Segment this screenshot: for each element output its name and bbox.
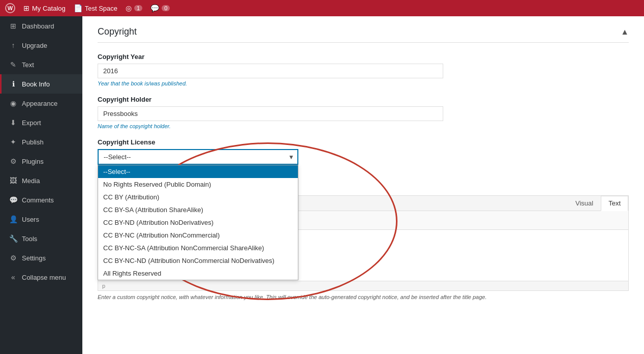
sidebar-icon-users: 👤 xyxy=(9,215,18,224)
sidebar-label-collapse: Collapse menu xyxy=(22,274,66,281)
sidebar-label-dashboard: Dashboard xyxy=(22,22,54,30)
dropdown-option-cc-by-nc-nd[interactable]: CC BY-NC-ND (Attribution NonCommercial N… xyxy=(98,254,298,267)
space-label: Test Space xyxy=(85,5,117,12)
sidebar-item-upgrade[interactable]: ↑ Upgrade xyxy=(0,36,82,55)
dropdown-option-cc-by-nd[interactable]: CC BY-ND (Attribution NoDerivatives) xyxy=(98,216,298,229)
sidebar-icon-book-info: ℹ xyxy=(9,79,18,88)
sidebar-item-publish[interactable]: ✦ Publish xyxy=(0,132,82,152)
my-catalog-link[interactable]: ⊞ My Catalog xyxy=(23,4,66,12)
sidebar-icon-dashboard: ⊞ xyxy=(9,21,18,31)
comments-link[interactable]: 💬 0 xyxy=(150,4,170,12)
copyright-year-input[interactable] xyxy=(98,64,443,78)
copyright-license-label: Copyright License xyxy=(98,138,629,146)
copyright-year-label: Copyright Year xyxy=(98,53,629,61)
sidebar-label-users: Users xyxy=(22,216,39,223)
main-content: Copyright ▲ Copyright Year Year that the… xyxy=(82,16,644,354)
sidebar-item-settings[interactable]: ⚙ Settings xyxy=(0,248,82,268)
copyright-license-select[interactable]: --Select--No Rights Reserved (Public Dom… xyxy=(98,149,298,165)
sidebar: ⊞ Dashboard ↑ Upgrade ✎ Text ℹ Book Info… xyxy=(0,16,82,354)
sidebar-icon-plugins: ⚙ xyxy=(9,157,18,166)
sidebar-icon-comments: 💬 xyxy=(9,195,18,204)
sidebar-icon-tools: 🔧 xyxy=(9,234,18,243)
copyright-holder-input[interactable] xyxy=(98,106,443,121)
sidebar-label-text: Text xyxy=(22,61,34,69)
catalog-icon: ⊞ xyxy=(23,4,29,12)
copyright-year-group: Copyright Year Year that the book is/was… xyxy=(98,53,629,86)
tab-visual[interactable]: Visual xyxy=(568,196,601,211)
editor-footer: p xyxy=(98,281,628,290)
dropdown-option-all-rights[interactable]: All Rights Reserved xyxy=(98,267,298,280)
copyright-holder-hint: Name of the copyright holder. xyxy=(98,123,629,129)
sidebar-icon-collapse: « xyxy=(9,273,18,282)
dropdown-option-select[interactable]: --Select-- xyxy=(98,165,298,178)
sidebar-label-media: Media xyxy=(22,177,40,185)
sidebar-icon-publish: ✦ xyxy=(9,137,18,146)
sidebar-item-appearance[interactable]: ◉ Appearance xyxy=(0,94,82,113)
editor-tag: p xyxy=(102,283,105,289)
reviews-count: 1 xyxy=(134,5,142,11)
reviews-link[interactable]: ◎ 1 xyxy=(126,4,142,12)
sidebar-label-publish: Publish xyxy=(22,138,44,146)
copyright-license-select-wrapper: --Select--No Rights Reserved (Public Dom… xyxy=(98,149,298,165)
sidebar-item-collapse[interactable]: « Collapse menu xyxy=(0,268,82,287)
section-title: Copyright xyxy=(98,26,137,37)
sidebar-label-tools: Tools xyxy=(22,235,37,243)
section-header: Copyright ▲ xyxy=(98,26,629,43)
sidebar-icon-media: 🖼 xyxy=(9,176,18,185)
copyright-license-dropdown: --Select--No Rights Reserved (Public Dom… xyxy=(98,165,298,280)
wp-logo[interactable]: W xyxy=(5,3,15,13)
sidebar-icon-appearance: ◉ xyxy=(9,99,18,108)
top-bar: W ⊞ My Catalog 📄 Test Space ◎ 1 💬 0 xyxy=(0,0,644,16)
sidebar-item-dashboard[interactable]: ⊞ Dashboard xyxy=(0,16,82,36)
comments-icon: 💬 xyxy=(150,4,159,12)
sidebar-icon-export: ⬇ xyxy=(9,118,18,127)
editor-bottom-hint: Enter a custom copyright notice, with wh… xyxy=(98,294,629,300)
reviews-icon: ◎ xyxy=(126,4,132,12)
sidebar-label-plugins: Plugins xyxy=(22,158,44,165)
space-icon: 📄 xyxy=(74,4,82,12)
sidebar-icon-settings: ⚙ xyxy=(9,253,18,262)
copyright-license-group: Copyright License --Select--No Rights Re… xyxy=(98,138,629,165)
sidebar-label-appearance: Appearance xyxy=(22,100,57,107)
dropdown-option-cc-by[interactable]: CC BY (Attribution) xyxy=(98,191,298,203)
copyright-holder-label: Copyright Holder xyxy=(98,96,629,103)
sidebar-icon-text: ✎ xyxy=(9,60,18,69)
sidebar-item-book-info[interactable]: ℹ Book Info xyxy=(0,74,82,94)
sidebar-icon-upgrade: ↑ xyxy=(9,41,18,50)
tab-text[interactable]: Text xyxy=(601,196,628,211)
dropdown-option-public-domain[interactable]: No Rights Reserved (Public Domain) xyxy=(98,178,298,191)
sidebar-label-settings: Settings xyxy=(22,254,46,262)
sidebar-item-media[interactable]: 🖼 Media xyxy=(0,171,82,190)
copyright-year-hint: Year that the book is/was published. xyxy=(98,80,629,86)
comments-count: 0 xyxy=(162,5,170,11)
sidebar-label-comments: Comments xyxy=(22,196,54,204)
sidebar-item-users[interactable]: 👤 Users xyxy=(0,210,82,229)
test-space-link[interactable]: 📄 Test Space xyxy=(74,4,117,12)
sidebar-label-upgrade: Upgrade xyxy=(22,42,47,49)
dropdown-option-cc-by-sa[interactable]: CC BY-SA (Attribution ShareAlike) xyxy=(98,203,298,216)
dropdown-option-cc-by-nc-sa[interactable]: CC BY-NC-SA (Attribution NonCommercial S… xyxy=(98,242,298,254)
sidebar-item-plugins[interactable]: ⚙ Plugins xyxy=(0,152,82,171)
sidebar-item-tools[interactable]: 🔧 Tools xyxy=(0,229,82,248)
layout: ⊞ Dashboard ↑ Upgrade ✎ Text ℹ Book Info… xyxy=(0,16,644,354)
copyright-holder-group: Copyright Holder Name of the copyright h… xyxy=(98,96,629,129)
sidebar-label-book-info: Book Info xyxy=(22,80,50,88)
collapse-section-btn[interactable]: ▲ xyxy=(621,27,629,37)
sidebar-item-export[interactable]: ⬇ Export xyxy=(0,113,82,132)
catalog-label: My Catalog xyxy=(32,5,66,12)
sidebar-item-comments[interactable]: 💬 Comments xyxy=(0,190,82,210)
sidebar-label-export: Export xyxy=(22,119,41,127)
dropdown-option-cc-by-nc[interactable]: CC BY-NC (Attribution NonCommercial) xyxy=(98,229,298,242)
sidebar-item-text[interactable]: ✎ Text xyxy=(0,55,82,74)
